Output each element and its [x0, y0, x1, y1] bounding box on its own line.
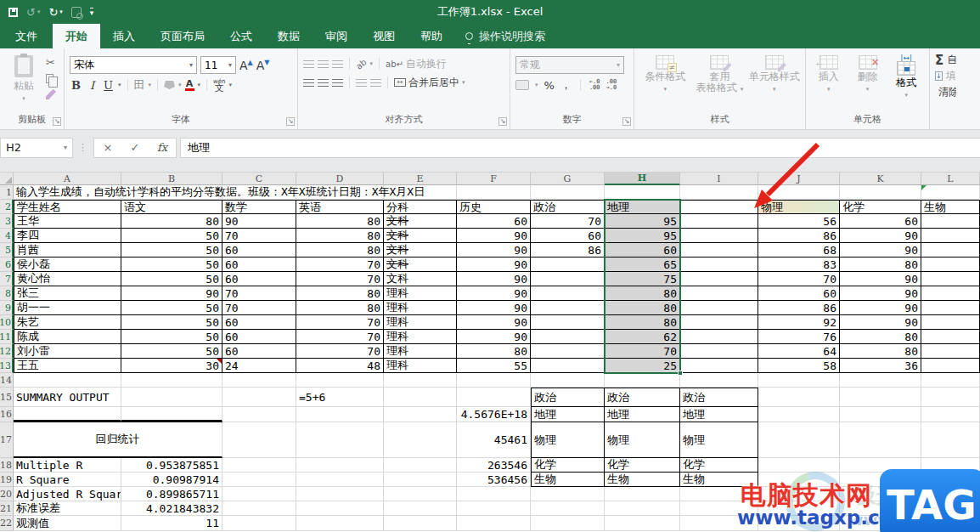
cell-C15[interactable] — [222, 388, 296, 407]
cell-F9[interactable]: 90 — [457, 301, 531, 315]
cell-B22[interactable]: 11 — [121, 516, 222, 531]
row-header-13[interactable]: 13 — [0, 359, 14, 373]
row-header-7[interactable]: 7 — [0, 272, 14, 286]
cell-C20[interactable] — [222, 487, 296, 501]
delete-cells-button[interactable]: × 删除▾ — [850, 54, 886, 95]
italic-button[interactable]: I — [86, 79, 99, 92]
cell-B20[interactable]: 0.899865711 — [121, 487, 222, 501]
cell-G22[interactable] — [531, 516, 605, 531]
cell-A14[interactable] — [14, 373, 121, 388]
cell-B10[interactable]: 50 — [121, 315, 222, 330]
cell-F12[interactable]: 80 — [457, 344, 531, 359]
cell-E4[interactable]: 文科 — [384, 229, 457, 243]
insert-cells-button[interactable]: ← 插入▾ — [811, 54, 847, 95]
phonetic-guide-icon[interactable]: wén文 — [213, 79, 225, 91]
column-header-H[interactable]: H — [605, 173, 680, 185]
cell-E2[interactable]: 分科 — [384, 200, 457, 214]
column-header-K[interactable]: K — [840, 173, 921, 185]
cell-B3[interactable]: 80 — [121, 214, 222, 229]
cell-H21[interactable] — [605, 501, 680, 516]
cell-G13[interactable] — [531, 359, 605, 373]
bold-button[interactable]: B — [70, 79, 82, 92]
cell-E17[interactable] — [384, 422, 457, 458]
cell-H1[interactable] — [605, 185, 680, 200]
comma-style-icon[interactable]: ， — [560, 77, 572, 93]
number-dialog-launcher[interactable]: ↘ — [622, 117, 631, 126]
cell-A16[interactable] — [14, 407, 121, 422]
cell-I7[interactable] — [680, 272, 758, 286]
tab-审阅[interactable]: 审阅 — [313, 24, 360, 48]
cell-A4[interactable]: 李四 — [14, 229, 121, 243]
cell-styles-button[interactable]: 单元格样式▾ — [749, 54, 800, 95]
cell-J5[interactable]: 68 — [758, 243, 840, 258]
cell-L15[interactable] — [921, 388, 980, 407]
row-header-9[interactable]: 9 — [0, 301, 14, 315]
cell-L1[interactable] — [921, 185, 980, 200]
cell-E22[interactable] — [384, 516, 457, 531]
cell-I11[interactable] — [680, 330, 758, 344]
cell-A10[interactable]: 朱艺 — [14, 315, 121, 330]
cell-I2[interactable] — [680, 200, 758, 214]
cell-K13[interactable]: 36 — [840, 359, 921, 373]
cell-J7[interactable]: 70 — [758, 272, 840, 286]
row-header-6[interactable]: 6 — [0, 258, 14, 272]
enter-icon[interactable]: ✓ — [121, 141, 149, 154]
cell-D12[interactable]: 70 — [296, 344, 384, 359]
cell-H7[interactable]: 75 — [605, 272, 680, 286]
column-header-L[interactable]: L — [921, 173, 980, 185]
cell-D11[interactable]: 70 — [296, 330, 384, 344]
cell-H13[interactable]: 25 — [605, 359, 680, 373]
cell-F2[interactable]: 历史 — [457, 200, 531, 214]
cell-F19[interactable]: 536456 — [457, 473, 531, 487]
row-header-5[interactable]: 5 — [0, 243, 14, 258]
cell-B2[interactable]: 语文 — [121, 200, 222, 214]
cell-H9[interactable]: 80 — [605, 301, 680, 315]
cell-B18[interactable]: 0.953875851 — [121, 458, 222, 473]
undo-icon[interactable]: ↺▾ — [26, 6, 40, 19]
tab-开始[interactable]: 开始 — [53, 24, 100, 48]
formula-input[interactable]: 地理 — [180, 138, 980, 158]
cell-A1[interactable]: 输入学生成绩，自动统计学科的平均分等数据。班级：X年X班统计日期：X年X月X日 — [14, 185, 121, 200]
cell-K2[interactable]: 化学 — [840, 200, 921, 214]
cell-D9[interactable]: 80 — [296, 301, 384, 315]
cell-C4[interactable]: 70 — [222, 229, 296, 243]
cell-G2[interactable]: 政治 — [531, 200, 605, 214]
cell-A7[interactable]: 黄心怡 — [14, 272, 121, 286]
cell-K12[interactable]: 80 — [840, 344, 921, 359]
cell-C21[interactable] — [222, 501, 296, 516]
cell-G5[interactable]: 86 — [531, 243, 605, 258]
cell-B21[interactable]: 4.021843832 — [121, 501, 222, 516]
cell-B19[interactable]: 0.90987914 — [121, 473, 222, 487]
alignment-dialog-launcher[interactable]: ↘ — [498, 117, 507, 126]
cell-H22[interactable] — [605, 516, 680, 531]
tab-文件[interactable]: 文件 — [0, 24, 53, 48]
increase-font-icon[interactable]: A▲ — [239, 59, 253, 72]
cell-J11[interactable]: 76 — [758, 330, 840, 344]
cell-B6[interactable]: 50 — [121, 258, 222, 272]
cell-J1[interactable] — [758, 185, 840, 200]
cell-I5[interactable] — [680, 243, 758, 258]
row-header-14[interactable]: 14 — [0, 373, 14, 388]
cell-J8[interactable]: 60 — [758, 286, 840, 301]
cell-J4[interactable]: 86 — [758, 229, 840, 243]
align-right-icon[interactable] — [332, 78, 343, 87]
cell-A2[interactable]: 学生姓名 — [14, 200, 121, 214]
column-header-I[interactable]: I — [680, 173, 758, 185]
tab-帮助[interactable]: 帮助 — [408, 24, 455, 48]
row-header-20[interactable]: 20 — [0, 487, 14, 501]
cell-B13[interactable]: 30 — [121, 359, 222, 373]
conditional-formatting-button[interactable]: ≠ 条件格式▾ — [639, 54, 690, 95]
cell-L4[interactable] — [921, 229, 980, 243]
cell-H6[interactable]: 65 — [605, 258, 680, 272]
align-bottom-icon[interactable] — [332, 59, 343, 68]
cell-H19[interactable]: 生物 — [605, 473, 680, 487]
decrease-decimal-icon[interactable]: .00→.0 — [606, 79, 617, 91]
increase-decimal-icon[interactable]: ←.0.00 — [589, 79, 600, 91]
decrease-font-icon[interactable]: A▼ — [256, 59, 270, 72]
cell-F4[interactable]: 90 — [457, 229, 531, 243]
cell-D21[interactable] — [296, 501, 384, 516]
cell-B15[interactable] — [121, 388, 222, 407]
cell-D17[interactable] — [296, 422, 384, 458]
select-all-corner[interactable] — [0, 173, 14, 185]
cell-K4[interactable]: 90 — [840, 229, 921, 243]
